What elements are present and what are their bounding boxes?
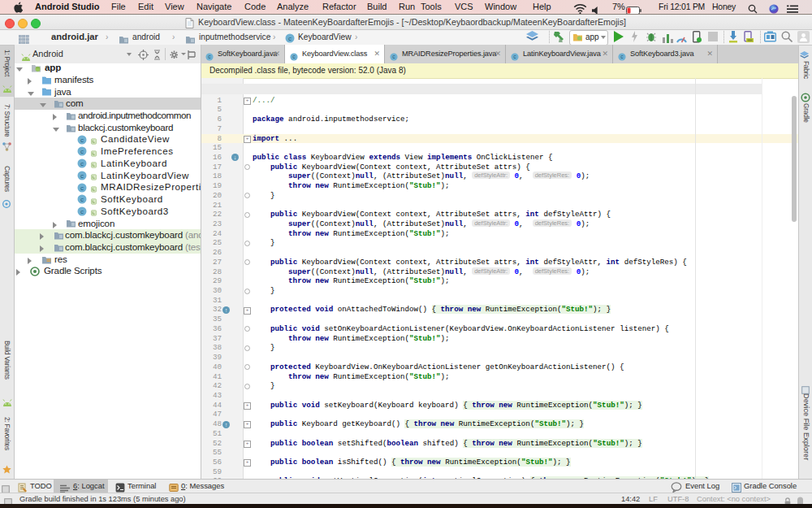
svg-text:c: c bbox=[80, 196, 84, 203]
svg-text:c: c bbox=[80, 160, 84, 167]
svg-text:c: c bbox=[80, 184, 84, 191]
svg-text:c: c bbox=[80, 172, 84, 180]
svg-text:c: c bbox=[288, 35, 292, 42]
svg-text:c: c bbox=[80, 148, 84, 155]
svg-text:c: c bbox=[80, 136, 84, 143]
svg-text:c: c bbox=[80, 208, 84, 215]
